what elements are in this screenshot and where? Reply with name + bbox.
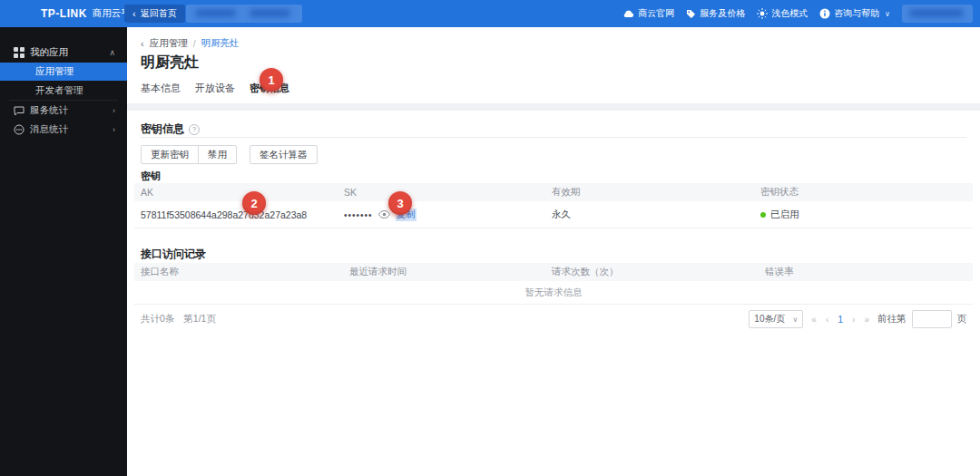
sidebar-item-developer-management[interactable]: 开发者管理	[0, 82, 127, 100]
breadcrumb-current: 明厨亮灶	[201, 37, 240, 50]
disable-key-button[interactable]: 禁用	[198, 145, 237, 164]
topbar-nav: 商云官网 服务及价格 浅色模式	[622, 0, 973, 27]
breadcrumb-back-icon[interactable]: ‹	[141, 38, 144, 49]
breadcrumb-parent[interactable]: 应用管理	[150, 37, 188, 50]
sidebar-section-label: 服务统计	[30, 104, 68, 117]
back-chevron-icon: ‹	[132, 9, 136, 19]
annotation-badge-2: 2	[242, 191, 266, 215]
page-info: 第1/1页	[183, 313, 216, 325]
goto-suffix-label: 页	[957, 313, 967, 325]
sidebar-section-service-stats[interactable]: 服务统计 ›	[0, 102, 127, 120]
nav-label: 商云官网	[638, 7, 674, 20]
nav-label: 咨询与帮助	[834, 7, 879, 20]
section-title-text: 密钥信息	[141, 121, 184, 137]
access-log-section-title: 接口访问记录	[141, 247, 206, 262]
sidebar-section-message-stats[interactable]: 消息统计 ›	[0, 121, 127, 139]
nav-official-site[interactable]: 商云官网	[622, 7, 674, 20]
chevron-right-icon: ›	[113, 106, 115, 115]
validity-value: 永久	[545, 209, 754, 221]
sun-icon	[757, 8, 768, 19]
price-tag-icon	[686, 9, 696, 19]
sk-cell: ••••••• 复制	[338, 209, 545, 221]
chat-bubble-icon	[14, 106, 24, 116]
back-home-label: 返回首页	[141, 7, 177, 20]
back-home-button[interactable]: ‹ 返回首页	[124, 5, 185, 23]
status-badge: 已启用	[770, 209, 799, 221]
next-page-button[interactable]: ›	[852, 315, 855, 325]
ak-value: 57811f53508644a298a27d32a27a23a8	[134, 209, 338, 220]
status-enabled-dot	[760, 212, 766, 218]
screen: TP-LINK 商用云平台 ‹ 返回首页 商云官网 服务及价格	[0, 0, 980, 476]
chevron-right-icon: ›	[113, 125, 115, 134]
record-summary: 共计0条 第1/1页	[141, 313, 216, 325]
current-page-button[interactable]: 1	[838, 314, 843, 325]
chevron-up-icon: ∧	[109, 48, 115, 57]
nav-label: 浅色模式	[771, 7, 808, 20]
pagination-controls: 10条/页 ∨ « ‹ 1 › » 前往第 页	[749, 310, 966, 328]
sidebar-item-label: 应用管理	[35, 65, 74, 78]
nav-label: 服务及价格	[700, 7, 745, 20]
key-info-section-title: 密钥信息 ?	[141, 121, 200, 137]
nav-light-mode[interactable]: 浅色模式	[757, 7, 808, 20]
col-header-sk: SK	[338, 187, 545, 198]
main-content: ‹ 应用管理 / 明厨亮灶 明厨亮灶 基本信息 开放设备 密钥信息 密钥信息 ?…	[127, 27, 980, 476]
total-count: 共计0条	[141, 313, 174, 325]
help-icon[interactable]: ?	[189, 124, 200, 135]
section-divider-band	[127, 103, 980, 111]
key-table-label: 密钥	[141, 170, 161, 183]
redacted-topbar-item	[186, 5, 302, 23]
chevron-down-icon: ∨	[885, 10, 890, 18]
col-header-status: 密钥状态	[754, 186, 973, 199]
key-action-buttons: 更新密钥 禁用 签名计算器	[141, 145, 318, 164]
nav-help-dropdown[interactable]: 咨询与帮助 ∨	[819, 7, 890, 20]
prev-page-button[interactable]: ‹	[826, 315, 828, 325]
goto-page: 前往第 页	[877, 310, 966, 328]
page-size-value: 10条/页	[754, 313, 785, 325]
chevron-down-icon: ∨	[792, 316, 798, 324]
col-header-error-rate: 错误率	[759, 266, 973, 278]
col-header-last-request-time: 最近请求时间	[343, 266, 545, 278]
tab-open-devices[interactable]: 开放设备	[195, 82, 235, 105]
sidebar-divider	[9, 100, 118, 101]
nav-pricing[interactable]: 服务及价格	[686, 7, 745, 20]
goto-prefix-label: 前往第	[877, 313, 906, 325]
cloud-icon	[622, 9, 634, 18]
first-page-button[interactable]: «	[811, 315, 817, 325]
status-cell: 已启用	[754, 209, 973, 221]
annotation-badge-3: 3	[388, 191, 412, 215]
topbar: TP-LINK 商用云平台 ‹ 返回首页 商云官网 服务及价格	[0, 0, 980, 27]
signature-calculator-button[interactable]: 签名计算器	[250, 145, 318, 164]
empty-state-text: 暂无请求信息	[134, 281, 973, 305]
col-header-api-name: 接口名称	[134, 266, 343, 278]
sidebar-group-label: 我的应用	[30, 46, 68, 59]
sidebar-group-my-apps[interactable]: 我的应用 ∧	[0, 44, 127, 62]
col-header-validity: 有效期	[545, 186, 754, 199]
message-circle-icon	[14, 124, 24, 135]
brand-logo: TP-LINK	[41, 7, 87, 20]
breadcrumb-separator: /	[193, 38, 196, 49]
pager: « ‹ 1 › »	[811, 314, 869, 325]
sidebar-item-label: 开发者管理	[35, 84, 83, 97]
last-page-button[interactable]: »	[864, 315, 869, 325]
sidebar: 我的应用 ∧ 应用管理 开发者管理 服务统计 › 消息统计 ›	[0, 27, 127, 476]
sk-masked-value: •••••••	[344, 210, 373, 220]
tab-basic-info[interactable]: 基本信息	[141, 82, 181, 105]
col-header-ak: AK	[134, 187, 338, 198]
access-log-table-header: 接口名称 最近请求时间 请求次数（次） 错误率	[134, 263, 973, 281]
page-title: 明厨亮灶	[141, 53, 199, 73]
access-log-table: 接口名称 最近请求时间 请求次数（次） 错误率 暂无请求信息	[134, 263, 973, 305]
annotation-badge-1: 1	[260, 68, 283, 92]
section-title-text: 接口访问记录	[141, 247, 206, 262]
update-key-button[interactable]: 更新密钥	[141, 145, 199, 164]
redacted-user-account[interactable]	[902, 5, 973, 23]
table-footer: 共计0条 第1/1页 10条/页 ∨ « ‹ 1 › » 前往第	[141, 309, 966, 329]
page-size-select[interactable]: 10条/页 ∨	[749, 310, 803, 328]
sidebar-section-label: 消息统计	[30, 123, 68, 136]
section-divider-line	[141, 137, 966, 138]
eye-icon[interactable]	[378, 210, 390, 219]
apps-grid-icon	[14, 47, 24, 58]
col-header-request-count: 请求次数（次）	[545, 266, 759, 278]
goto-page-input[interactable]	[912, 310, 952, 328]
sidebar-item-app-management[interactable]: 应用管理	[0, 63, 127, 81]
breadcrumb: ‹ 应用管理 / 明厨亮灶	[141, 37, 240, 50]
